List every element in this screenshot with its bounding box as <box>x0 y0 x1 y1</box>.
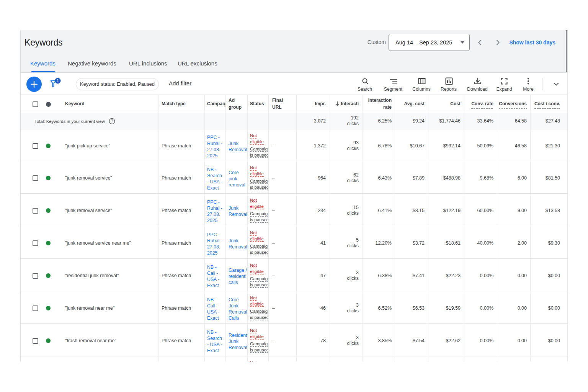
svg-text:1: 1 <box>57 78 59 83</box>
svg-text:?: ? <box>111 119 113 123</box>
